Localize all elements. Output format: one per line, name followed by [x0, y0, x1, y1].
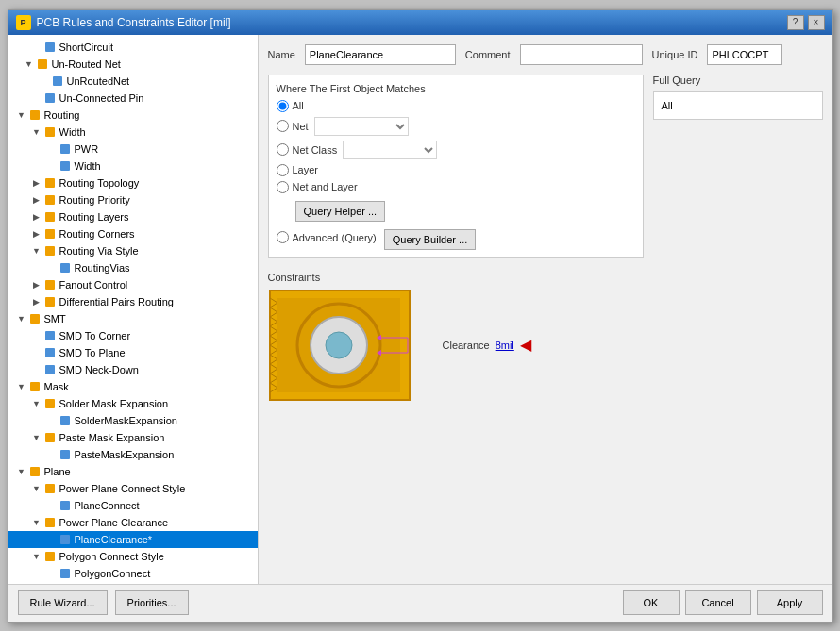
tree-item-routing-corners[interactable]: ▶Routing Corners — [8, 225, 258, 242]
tree-item-smt[interactable]: ▼SMT — [8, 310, 258, 327]
radio-layer-label: Layer — [293, 164, 319, 175]
expand-icon: ▼ — [31, 433, 42, 442]
item-icon — [58, 159, 73, 171]
svg-rect-26 — [45, 484, 55, 493]
tree-item-routing-topology[interactable]: ▶Routing Topology — [8, 174, 258, 191]
red-arrow-icon: ◀ — [520, 336, 531, 354]
tree-item-unrouted-net-child[interactable]: UnRoutedNet — [8, 73, 258, 90]
rule-wizard-button[interactable]: Rule Wizard... — [18, 590, 108, 615]
tree-label: Power Plane Connect Style — [59, 483, 186, 494]
item-icon — [27, 380, 42, 391]
svg-rect-13 — [60, 263, 70, 273]
expand-icon: ▼ — [31, 484, 42, 493]
close-button[interactable]: × — [808, 15, 825, 30]
item-icon — [42, 363, 58, 374]
net-select[interactable] — [314, 117, 409, 136]
tree-item-width2[interactable]: Width — [8, 158, 258, 174]
tree-item-smd-corner[interactable]: SMD To Corner — [8, 327, 258, 344]
tree-item-diff-pairs[interactable]: ▶Differential Pairs Routing — [8, 293, 258, 310]
radio-netclass-input[interactable] — [277, 143, 289, 156]
radio-advanced-input[interactable] — [277, 231, 289, 243]
tree-item-routing[interactable]: ▼Routing — [8, 107, 258, 124]
tree-item-smd-neckdown[interactable]: SMD Neck-Down — [8, 361, 258, 378]
radio-layer-input[interactable] — [277, 164, 289, 176]
query-builder-button[interactable]: Query Builder ... — [384, 229, 476, 250]
tree-label: Paste Mask Expansion — [59, 432, 165, 443]
radio-net-input[interactable] — [277, 120, 289, 132]
main-window: P PCB Rules and Constraints Editor [mil]… — [8, 9, 833, 623]
radio-netlayer-input[interactable] — [277, 181, 289, 193]
tree-item-paste-mask-exp[interactable]: ▼Paste Mask Expansion — [8, 429, 258, 446]
query-helper-button[interactable]: Query Helper ... — [295, 201, 386, 222]
tree-panel: ShortCircuit▼Un-Routed NetUnRoutedNetUn-… — [8, 35, 259, 584]
app-icon: P — [16, 15, 31, 30]
netclass-select[interactable] — [343, 141, 437, 159]
item-icon — [42, 329, 58, 340]
item-icon — [42, 482, 58, 493]
svg-rect-15 — [45, 297, 55, 307]
tree-item-shortcircuit[interactable]: ShortCircuit — [8, 39, 258, 56]
radio-all-input[interactable] — [277, 100, 289, 112]
item-icon — [58, 261, 73, 273]
tree-item-planeclearance[interactable]: PlaneClearance* — [8, 531, 258, 548]
tree-item-pwr[interactable]: PWR — [8, 141, 258, 158]
item-icon — [58, 499, 73, 510]
item-icon — [42, 193, 58, 205]
tree-item-planeconnect[interactable]: PlaneConnect — [8, 497, 258, 514]
radio-netclass-label: Net Class — [293, 144, 338, 156]
tree-item-polygon-connect-style[interactable]: ▼Polygon Connect Style — [8, 548, 258, 565]
item-icon — [42, 91, 58, 103]
tree-item-fanout-control[interactable]: ▶Fanout Control — [8, 276, 258, 293]
svg-rect-7 — [60, 161, 70, 171]
svg-rect-8 — [45, 178, 55, 188]
tree-item-polygonconnect[interactable]: PolygonConnect — [8, 565, 258, 582]
tree-item-plane[interactable]: ▼Plane — [8, 463, 258, 480]
tree-item-smd-plane[interactable]: SMD To Plane — [8, 344, 258, 361]
radio-all: All — [277, 100, 635, 112]
constraints-visual: Clearance 8mil ◀ — [268, 289, 644, 402]
where-section: Where The First Object Matches All Net — [268, 75, 644, 258]
full-query-value: All — [662, 100, 673, 111]
uid-input[interactable] — [707, 44, 782, 65]
tree-label: Routing Priority — [59, 194, 130, 206]
comment-input[interactable] — [520, 44, 643, 65]
window-title: PCB Rules and Constraints Editor [mil] — [37, 16, 787, 29]
cancel-button[interactable]: Cancel — [685, 590, 751, 615]
expand-icon: ▼ — [16, 467, 27, 476]
tree-label: Solder Mask Expansion — [59, 398, 169, 409]
tree-item-power-plane-clearance[interactable]: ▼Power Plane Clearance — [8, 514, 258, 531]
tree-item-routing-priority[interactable]: ▶Routing Priority — [8, 191, 258, 208]
item-icon — [58, 567, 73, 578]
tree-label: PasteMaskExpansion — [75, 449, 175, 460]
help-button[interactable]: ? — [787, 15, 804, 30]
item-icon — [42, 278, 58, 290]
svg-rect-0 — [45, 42, 55, 52]
expand-icon: ▼ — [16, 382, 27, 391]
tree-item-solder-mask-exp[interactable]: ▼Solder Mask Expansion — [8, 395, 258, 412]
tree-label: Width — [75, 160, 101, 172]
tree-item-soldermaskexp[interactable]: SolderMaskExpansion — [8, 412, 258, 429]
tree-label: Routing Via Style — [59, 245, 139, 257]
tree-item-pastemaskexp[interactable]: PasteMaskExpansion — [8, 446, 258, 463]
tree-label: SMD Neck-Down — [59, 364, 139, 375]
tree-item-routing-layers[interactable]: ▶Routing Layers — [8, 208, 258, 225]
clearance-value[interactable]: 8mil — [496, 340, 514, 351]
rule-header: Name Comment Unique ID — [268, 44, 823, 65]
apply-button[interactable]: Apply — [757, 590, 823, 615]
tree-item-unrouted-net[interactable]: ▼Un-Routed Net — [8, 56, 258, 73]
svg-rect-19 — [45, 365, 55, 374]
tree-item-unconnected-pin[interactable]: Un-Connected Pin — [8, 90, 258, 107]
tree-item-routing-via-style[interactable]: ▼Routing Via Style — [8, 242, 258, 259]
tree-item-routingvias[interactable]: RoutingVias — [8, 259, 258, 276]
expand-icon: ▶ — [31, 297, 42, 307]
item-icon — [27, 312, 42, 324]
tree-item-mask[interactable]: ▼Mask — [8, 378, 258, 395]
tree-item-power-plane-connect[interactable]: ▼Power Plane Connect Style — [8, 480, 258, 497]
priorities-button[interactable]: Priorities... — [115, 590, 189, 615]
name-input[interactable] — [305, 44, 456, 65]
tree-item-width[interactable]: ▼Width — [8, 124, 258, 141]
ok-button[interactable]: OK — [623, 590, 680, 615]
tree-label: Mask — [44, 381, 69, 392]
tree-label: Plane — [44, 466, 71, 477]
tree-label: Un-Connected Pin — [59, 92, 144, 104]
